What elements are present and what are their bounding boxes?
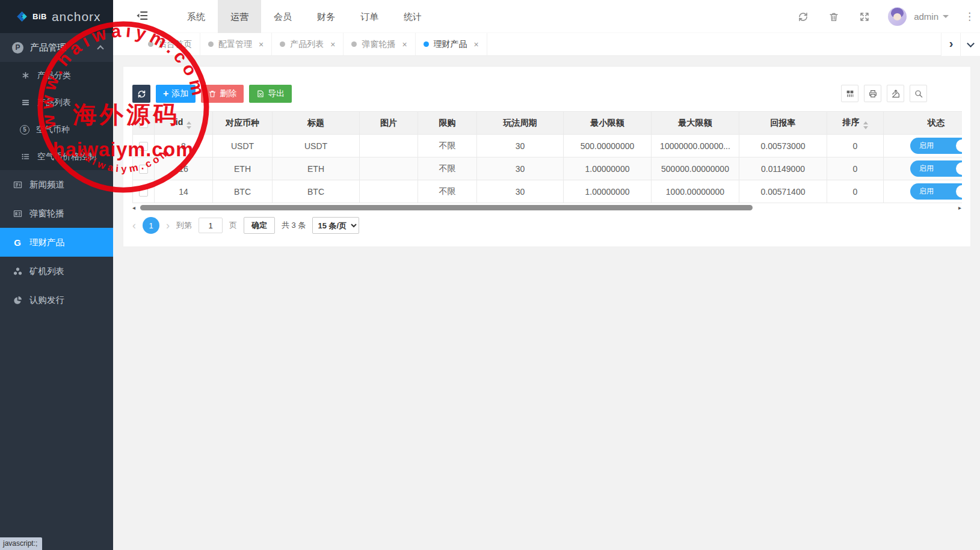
columns-toggle-button[interactable] — [841, 85, 858, 102]
col-limit: 限购 — [418, 112, 477, 135]
sidebar-item-miner-list[interactable]: 矿机列表 — [0, 257, 113, 286]
sidebar: BiB anchorx P 产品管理 产品分类 — [0, 0, 113, 550]
col-sort[interactable]: 排序 — [827, 112, 884, 135]
nav-item-stats[interactable]: 统计 — [391, 0, 434, 33]
more-menu-icon[interactable]: ⋮ — [964, 11, 975, 22]
page-input[interactable] — [199, 218, 223, 233]
refresh-icon[interactable] — [798, 11, 809, 22]
tab-product-list[interactable]: 产品列表 × — [272, 33, 344, 55]
sidebar-item-label: 产品分类 — [37, 70, 71, 81]
cell-rate: 0.00571400 — [739, 180, 827, 203]
close-icon[interactable]: × — [259, 40, 263, 49]
close-icon[interactable]: × — [330, 40, 335, 49]
upload-box-icon — [891, 89, 901, 99]
select-all-checkbox[interactable] — [139, 119, 148, 128]
print-button[interactable] — [864, 85, 881, 102]
app: 系统 运营 会员 财务 订单 统计 — [0, 0, 980, 550]
cell-cycle: 30 — [477, 180, 564, 203]
status-toggle[interactable]: 启用 — [910, 160, 962, 177]
export-panel-button[interactable] — [887, 85, 904, 102]
username[interactable]: admin — [914, 11, 938, 22]
cell-cycle: 30 — [477, 135, 564, 157]
page-1-button[interactable]: 1 — [143, 217, 159, 234]
tab-finance-products[interactable]: 理财产品 × — [416, 33, 487, 55]
plus-icon: + — [163, 89, 168, 99]
sidebar-group-product-mgmt[interactable]: P 产品管理 — [0, 33, 113, 62]
cell-coin: USDT — [213, 135, 273, 157]
close-icon[interactable]: × — [402, 40, 407, 49]
tab-scroll-right-icon[interactable]: › — [941, 33, 961, 56]
avatar[interactable] — [888, 7, 907, 26]
brand[interactable]: BiB anchorx — [0, 0, 113, 33]
table-viewport: id 对应币种 标题 图片 限购 玩法周期 最小限额 最大限额 回报率 排序 状… — [132, 111, 962, 203]
status-toggle[interactable]: 启用 — [910, 183, 962, 200]
search-button[interactable] — [910, 85, 927, 102]
sidebar-item-air-coin-price[interactable]: 空气币价格控制 — [0, 143, 113, 170]
row-checkbox[interactable] — [139, 142, 148, 151]
col-id[interactable]: id — [155, 112, 213, 135]
fullscreen-icon[interactable] — [859, 11, 870, 22]
prev-page-icon[interactable]: ‹ — [132, 220, 136, 231]
next-page-icon[interactable]: › — [166, 220, 170, 231]
sidebar-item-finance-products[interactable]: G 理财产品 — [0, 228, 113, 257]
cell-sort: 0 — [827, 180, 884, 203]
export-button[interactable]: 导出 — [249, 85, 292, 103]
delete-button[interactable]: 删除 — [201, 85, 244, 103]
close-icon[interactable]: × — [474, 40, 479, 49]
table-toolbar: + 添加 删除 导出 — [132, 85, 961, 103]
nav-item-order[interactable]: 订单 — [348, 0, 391, 33]
row-checkbox[interactable] — [139, 188, 148, 197]
status-toggle[interactable]: 启用 — [910, 138, 962, 154]
cell-image — [360, 135, 418, 157]
status-label: 启用 — [919, 163, 934, 174]
finance-products-table: id 对应币种 标题 图片 限购 玩法周期 最小限额 最大限额 回报率 排序 状… — [132, 111, 962, 203]
col-min: 最小限额 — [564, 112, 652, 135]
refresh-table-button[interactable] — [132, 85, 150, 103]
nav-item-system[interactable]: 系统 — [174, 0, 218, 33]
col-label: 限购 — [439, 118, 456, 127]
sidebar-item-product-list[interactable]: 产品列表 — [0, 89, 113, 116]
sidebar-item-news-channel[interactable]: 新闻频道 — [0, 170, 113, 199]
scroll-left-icon[interactable]: ◂ — [132, 204, 135, 211]
tab-label: 产品列表 — [290, 39, 324, 50]
brand-logo-icon — [16, 10, 28, 23]
newspaper-icon — [12, 180, 23, 190]
col-label: 最大限额 — [679, 118, 712, 127]
col-cycle: 玩法周期 — [477, 112, 564, 135]
sidebar-item-label: 空气币种 — [36, 124, 70, 135]
scrollbar-thumb[interactable] — [140, 205, 753, 210]
cell-limit: 不限 — [418, 135, 477, 157]
tab-home[interactable]: 后台首页 — [140, 33, 200, 55]
top-header: 系统 运营 会员 财务 订单 统计 — [113, 0, 980, 33]
sidebar-item-popup-carousel[interactable]: 弹窗轮播 — [0, 199, 113, 228]
toggle-knob — [956, 185, 962, 198]
nav-item-member[interactable]: 会员 — [261, 0, 304, 33]
tab-menu-icon[interactable] — [960, 33, 980, 56]
add-button[interactable]: + 添加 — [156, 85, 196, 103]
nav-item-finance[interactable]: 财务 — [304, 0, 348, 33]
sidebar-item-air-coin[interactable]: 5 空气币种 — [0, 116, 113, 143]
pagination: ‹ 1 › 到第 页 确定 共 3 条 15 条/页 — [132, 217, 961, 234]
sort-icon[interactable] — [186, 121, 191, 129]
trash-icon[interactable] — [828, 11, 839, 22]
row-checkbox[interactable] — [139, 165, 148, 174]
sidebar-toggle-icon[interactable] — [135, 9, 149, 23]
sidebar-item-product-category[interactable]: 产品分类 — [0, 62, 113, 89]
tab-label: 后台首页 — [158, 39, 192, 50]
horizontal-scrollbar[interactable]: ◂ ▸ — [132, 204, 961, 211]
refresh-icon — [137, 90, 146, 99]
tab-popup-carousel[interactable]: 弹窗轮播 × — [344, 33, 415, 55]
tab-dot-icon — [208, 41, 214, 47]
tab-label: 配置管理 — [218, 39, 252, 50]
sort-icon[interactable] — [863, 121, 868, 129]
tab-config[interactable]: 配置管理 × — [200, 33, 272, 55]
col-label: 排序 — [843, 117, 860, 127]
scroll-right-icon[interactable]: ▸ — [958, 204, 961, 211]
sidebar-item-subscription-issue[interactable]: 认购发行 — [0, 286, 113, 314]
status-label: 启用 — [919, 186, 934, 197]
brand-bib: BiB — [32, 12, 47, 21]
nav-item-operation[interactable]: 运营 — [218, 0, 261, 33]
cell-limit: 不限 — [418, 157, 477, 180]
per-page-select[interactable]: 15 条/页 — [312, 217, 359, 234]
confirm-button[interactable]: 确定 — [244, 217, 275, 234]
